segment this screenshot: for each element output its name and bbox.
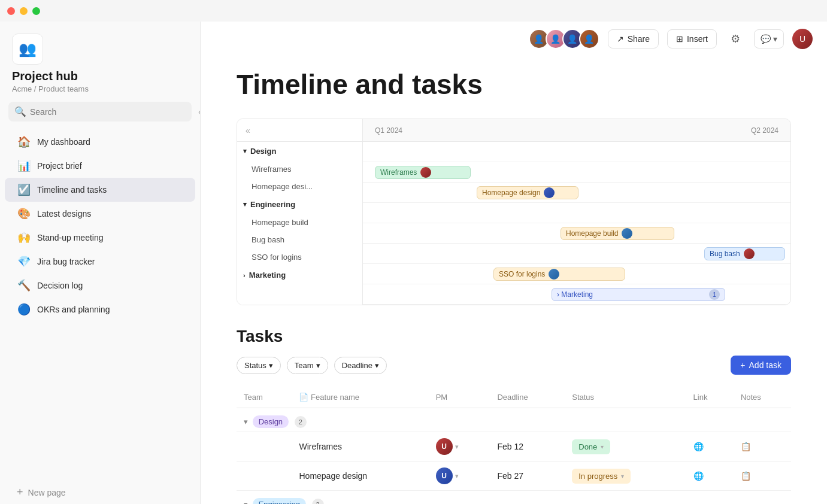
chevron-down-icon[interactable]: ▾ (244, 500, 248, 504)
chevron-down-icon: ▾ (243, 201, 247, 208)
sidebar-item-timeline-tasks[interactable]: ☑️ Timeline and tasks (5, 178, 195, 202)
pm-cell: U ▾ (429, 462, 490, 491)
filter-bar: Status ▾ Team ▾ Deadline ▾ + Add task (237, 356, 791, 375)
team-filter-label: Team (295, 361, 314, 370)
timeline-bar-bug-bash[interactable]: Bug bash (704, 247, 785, 260)
timeline-item-wireframes: Wireframes (237, 160, 362, 178)
team-cell (237, 432, 292, 462)
main-content: 👤 👤 👤 👤 ↗ Share ⊞ Insert ⚙ 💬 ▾ U Timelin… (201, 0, 827, 504)
timeline-chart-row-homepage-build: Homepage build (363, 223, 790, 244)
sidebar-item-jira[interactable]: 💎 Jira bug tracker (5, 250, 195, 274)
status-filter-label: Status (244, 361, 266, 370)
col-status: Status (565, 387, 686, 408)
timeline-bar-homepage-build[interactable]: Homepage build (561, 227, 674, 240)
pm-chevron-icon[interactable]: ▾ (455, 443, 459, 451)
doc-icon: 📄 (299, 393, 308, 402)
status-filter-button[interactable]: Status ▾ (237, 357, 281, 374)
dashboard-icon: 🏠 (17, 135, 31, 148)
table-row: Homepage design U ▾ Feb 27 In progress ▾ (237, 462, 791, 491)
new-page-label: New page (28, 488, 66, 497)
page-body: Timeline and tasks « ▾ Design Wireframes… (201, 56, 827, 504)
globe-icon[interactable]: 🌐 (693, 442, 704, 451)
status-cell[interactable]: Done ▾ (565, 432, 686, 462)
pm-avatar: U (436, 438, 453, 455)
status-inprogress-pill[interactable]: In progress ▾ (572, 469, 631, 484)
share-button[interactable]: ↗ Share (608, 29, 659, 48)
timeline-widget: « ▾ Design Wireframes Homepage desi... ▾… (237, 119, 791, 305)
deadline-filter-button[interactable]: Deadline ▾ (334, 357, 387, 374)
deadline-filter-label: Deadline (342, 361, 372, 370)
chevron-right-icon: › (243, 272, 246, 279)
feature-cell: Wireframes (292, 432, 428, 462)
status-cell[interactable]: In progress ▾ (565, 462, 686, 491)
notes-cell[interactable]: 📋 (734, 432, 791, 462)
settings-button[interactable]: ⚙ (725, 29, 746, 49)
timeline-item-sso: SSO for logins (237, 248, 362, 266)
status-caret-icon: ▾ (621, 473, 624, 479)
team-cell (237, 462, 292, 491)
sidebar-item-decision-log[interactable]: 🔨 Decision log (5, 274, 195, 297)
col-deadline: Deadline (490, 387, 565, 408)
search-input[interactable] (30, 107, 186, 117)
marketing-count-badge: 1 (709, 289, 720, 300)
sidebar-item-label: Jira bug tracker (37, 257, 95, 266)
timeline-chart-row-engineering-header (363, 203, 790, 223)
sidebar-workspace-title: Project hub (0, 69, 200, 83)
chevron-down-icon[interactable]: ▾ (244, 417, 248, 426)
gear-icon: ⚙ (731, 32, 740, 45)
insert-button[interactable]: ⊞ Insert (667, 29, 717, 48)
search-bar[interactable]: 🔍 « (8, 102, 192, 122)
fullscreen-button[interactable] (32, 7, 40, 15)
notes-cell[interactable]: 📋 (734, 462, 791, 491)
link-cell[interactable]: 🌐 (686, 462, 734, 491)
comment-button[interactable]: 💬 ▾ (754, 29, 784, 48)
sidebar-item-okrs[interactable]: 🔵 OKRs and planning (5, 297, 195, 321)
team-filter-button[interactable]: Team ▾ (287, 357, 328, 374)
note-icon[interactable]: 📋 (741, 442, 751, 451)
timeline-collapse-header: « (237, 119, 362, 142)
timeline-group-marketing[interactable]: › Marketing (237, 266, 362, 284)
add-task-button[interactable]: + Add task (731, 356, 791, 375)
designs-icon: 🎨 (17, 207, 31, 220)
link-cell[interactable]: 🌐 (686, 432, 734, 462)
tasks-section: Tasks Status ▾ Team ▾ Deadline ▾ + Add t… (237, 327, 791, 504)
note-icon[interactable]: 📋 (741, 471, 751, 481)
new-page-button[interactable]: + New page (5, 481, 195, 504)
timeline-item-homepage-build: Homepage build (237, 214, 362, 231)
timeline-collapse-button[interactable]: « (243, 123, 253, 138)
sidebar-item-dashboard[interactable]: 🏠 My dashboard (5, 130, 195, 154)
status-done-pill[interactable]: Done ▾ (572, 439, 610, 454)
design-count-badge: 2 (295, 416, 307, 428)
plus-icon: + (740, 360, 745, 370)
table-row: Wireframes U ▾ Feb 12 Done ▾ (237, 432, 791, 462)
group-label: Marketing (249, 271, 286, 280)
close-button[interactable] (7, 7, 15, 15)
search-icon: 🔍 (14, 106, 26, 117)
chevron-down-icon: ▾ (316, 361, 320, 370)
plus-icon: + (17, 486, 23, 499)
workspace-logo: 👥 (12, 34, 43, 65)
group-label-cell: ▾ Engineering 3 (237, 491, 791, 505)
sidebar-item-project-brief[interactable]: 📊 Project brief (5, 154, 195, 178)
pm-chevron-icon[interactable]: ▾ (455, 472, 459, 480)
timeline-bar-wireframes[interactable]: Wireframes (375, 166, 471, 179)
q1-label: Q1 2024 (375, 126, 402, 135)
group-label: Engineering (250, 200, 295, 209)
sidebar-item-standup[interactable]: 🙌 Stand-up meeting (5, 226, 195, 250)
timeline-group-design[interactable]: ▾ Design (237, 142, 362, 160)
status-caret-icon: ▾ (601, 444, 604, 450)
timeline-group-engineering[interactable]: ▾ Engineering (237, 195, 362, 214)
timeline-chart-row-marketing: › Marketing 1 (363, 284, 790, 305)
timeline-chart: Q1 2024 Q2 2024 Wireframes (363, 119, 790, 305)
chevron-down-icon: ▾ (375, 361, 379, 370)
bar-avatar (744, 248, 755, 259)
minimize-button[interactable] (20, 7, 28, 15)
timeline-bar-marketing[interactable]: › Marketing 1 (552, 288, 725, 301)
sidebar-item-latest-designs[interactable]: 🎨 Latest designs (5, 202, 195, 226)
sidebar-item-label: Decision log (37, 281, 83, 290)
timeline-bar-homepage-design[interactable]: Homepage design (477, 186, 578, 199)
timeline-icon: ☑️ (17, 183, 31, 196)
timeline-bar-sso[interactable]: SSO for logins (493, 268, 625, 281)
jira-icon: 💎 (17, 255, 31, 268)
globe-icon[interactable]: 🌐 (693, 471, 704, 481)
